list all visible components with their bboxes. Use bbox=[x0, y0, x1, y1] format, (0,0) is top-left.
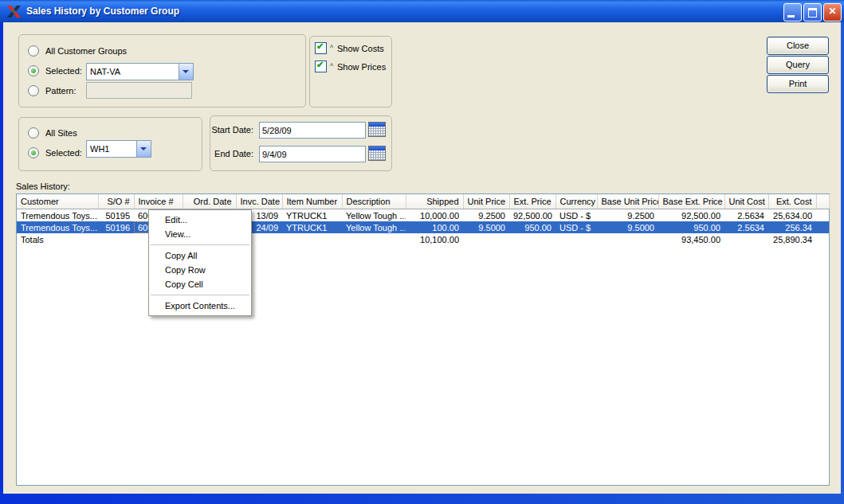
end-date-label: End Date: bbox=[214, 149, 253, 158]
menu-item-copy-row[interactable]: Copy Row bbox=[149, 263, 251, 277]
chevron-down-icon[interactable] bbox=[179, 64, 193, 80]
cell[interactable]: 25,890.34 bbox=[768, 233, 816, 245]
selected-site-radio[interactable] bbox=[28, 147, 39, 158]
cell[interactable]: 2.5634 bbox=[724, 209, 768, 222]
cell-filler bbox=[816, 209, 829, 222]
pattern-input[interactable] bbox=[86, 82, 192, 99]
menu-item-edit[interactable]: Edit... bbox=[149, 213, 251, 227]
caret-icon: ^ bbox=[330, 62, 333, 70]
cell[interactable]: Yellow Tough ... bbox=[342, 209, 406, 222]
column-header[interactable]: Description bbox=[342, 194, 406, 209]
column-header[interactable]: Base Ext. Price bbox=[658, 194, 724, 209]
cell[interactable]: 950.00 bbox=[509, 221, 555, 233]
column-header[interactable]: Ext. Price bbox=[509, 194, 555, 209]
cell[interactable]: 92,500.00 bbox=[509, 209, 555, 222]
column-header[interactable]: Shipped bbox=[406, 194, 463, 209]
table-row[interactable]: Tremendous Toys...5019660024/09YTRUCK1Ye… bbox=[17, 221, 829, 233]
sales-history-grid[interactable]: CustomerS/O #Invoice #Ord. DateInvc. Dat… bbox=[16, 193, 830, 486]
all-sites-radio[interactable] bbox=[28, 127, 39, 139]
cell[interactable]: Tremendous Toys... bbox=[17, 221, 98, 233]
caret-icon: ^ bbox=[330, 44, 333, 52]
cell[interactable] bbox=[597, 233, 658, 245]
cell[interactable]: 92,500.00 bbox=[658, 209, 724, 222]
print-button[interactable]: Print bbox=[767, 75, 829, 93]
cell[interactable]: 2.5634 bbox=[724, 221, 768, 233]
minimize-button[interactable] bbox=[783, 3, 802, 21]
cell[interactable]: 256.34 bbox=[768, 221, 816, 233]
cell[interactable]: 25,634.00 bbox=[768, 209, 816, 222]
cell[interactable]: YTRUCK1 bbox=[282, 209, 342, 222]
table-row[interactable]: Tremendous Toys...5019560013/09YTRUCK1Ye… bbox=[17, 209, 829, 222]
maximize-button[interactable] bbox=[803, 3, 822, 21]
cell[interactable]: 9.5000 bbox=[463, 221, 509, 233]
column-header[interactable]: S/O # bbox=[98, 194, 134, 209]
cell[interactable] bbox=[463, 233, 509, 245]
all-customer-groups-radio[interactable] bbox=[28, 45, 39, 57]
menu-item-copy-cell[interactable]: Copy Cell bbox=[149, 277, 251, 291]
all-customer-groups-label: All Customer Groups bbox=[45, 46, 127, 56]
column-header[interactable]: Currency bbox=[555, 194, 597, 209]
column-header-filler bbox=[816, 194, 829, 209]
selected-group-label: Selected: bbox=[45, 66, 82, 76]
column-header[interactable]: Item Number bbox=[282, 194, 342, 209]
customer-group-dropdown[interactable]: NAT-VA bbox=[86, 63, 194, 80]
customer-group-value: NAT-VA bbox=[87, 67, 179, 76]
app-logo-icon bbox=[7, 6, 21, 18]
calendar-icon[interactable] bbox=[368, 146, 386, 161]
cell[interactable]: 9.5000 bbox=[597, 221, 658, 233]
cell[interactable] bbox=[509, 233, 555, 245]
cell[interactable]: 10,000.00 bbox=[406, 209, 463, 222]
column-header[interactable]: Base Unit Price bbox=[597, 194, 658, 209]
pattern-radio[interactable] bbox=[28, 85, 39, 96]
calendar-icon[interactable] bbox=[368, 122, 386, 137]
context-menu: Edit...View...Copy AllCopy RowCopy CellE… bbox=[148, 209, 252, 316]
cell[interactable]: 950.00 bbox=[658, 221, 724, 233]
menu-item-copy-all[interactable]: Copy All bbox=[149, 248, 251, 263]
cell[interactable]: Totals bbox=[17, 233, 98, 245]
end-date-input[interactable] bbox=[259, 146, 366, 162]
cell[interactable]: USD - $ bbox=[555, 209, 597, 222]
query-button[interactable]: Query bbox=[767, 56, 829, 74]
start-date-input[interactable] bbox=[259, 122, 366, 139]
chevron-down-icon[interactable] bbox=[136, 141, 151, 157]
column-header[interactable]: Invoice # bbox=[134, 194, 183, 209]
cell[interactable]: 10,100.00 bbox=[406, 233, 463, 245]
cell[interactable]: 50196 bbox=[98, 221, 134, 233]
cell[interactable]: 9.2500 bbox=[463, 209, 509, 222]
cell[interactable]: Tremendous Toys... bbox=[17, 209, 98, 222]
title-bar[interactable]: Sales History by Customer Group bbox=[0, 0, 844, 22]
cell[interactable] bbox=[555, 233, 597, 245]
sales-table: CustomerS/O #Invoice #Ord. DateInvc. Dat… bbox=[17, 194, 830, 245]
app-window: { "window": { "title": "Sales History by… bbox=[0, 0, 844, 504]
close-window-button[interactable] bbox=[823, 3, 842, 21]
column-header[interactable]: Invc. Date bbox=[236, 194, 282, 209]
column-header[interactable]: Ext. Cost bbox=[768, 194, 816, 209]
menu-item-export-contents[interactable]: Export Contents... bbox=[149, 299, 251, 313]
totals-row[interactable]: Totals10,100.0093,450.0025,890.34 bbox=[17, 233, 829, 245]
cell[interactable]: 100.00 bbox=[406, 221, 463, 233]
column-header[interactable]: Unit Cost bbox=[724, 194, 768, 209]
start-date-label: Start Date: bbox=[211, 125, 253, 135]
selected-group-radio[interactable] bbox=[28, 65, 39, 76]
column-header[interactable]: Customer bbox=[17, 194, 98, 209]
cell[interactable]: Yellow Tough ... bbox=[342, 221, 406, 233]
column-header[interactable]: Unit Price bbox=[463, 194, 509, 209]
pattern-label: Pattern: bbox=[45, 86, 77, 96]
show-prices-checkbox[interactable] bbox=[315, 61, 327, 72]
column-header[interactable]: Ord. Date bbox=[183, 194, 236, 209]
cell[interactable]: 9.2500 bbox=[597, 209, 658, 222]
cell[interactable]: USD - $ bbox=[555, 221, 597, 233]
show-costs-checkbox[interactable] bbox=[315, 42, 327, 54]
menu-separator bbox=[151, 244, 249, 245]
close-button[interactable]: Close bbox=[767, 37, 829, 55]
menu-item-view[interactable]: View... bbox=[149, 227, 251, 241]
cell[interactable]: 50195 bbox=[98, 209, 134, 222]
cell[interactable]: 93,450.00 bbox=[658, 233, 724, 245]
cell[interactable]: YTRUCK1 bbox=[282, 221, 342, 233]
cell[interactable] bbox=[342, 233, 406, 245]
cell-filler bbox=[816, 233, 829, 245]
cell[interactable] bbox=[282, 233, 342, 245]
cell[interactable] bbox=[98, 233, 134, 245]
site-dropdown[interactable]: WH1 bbox=[86, 140, 151, 158]
cell[interactable] bbox=[724, 233, 768, 245]
